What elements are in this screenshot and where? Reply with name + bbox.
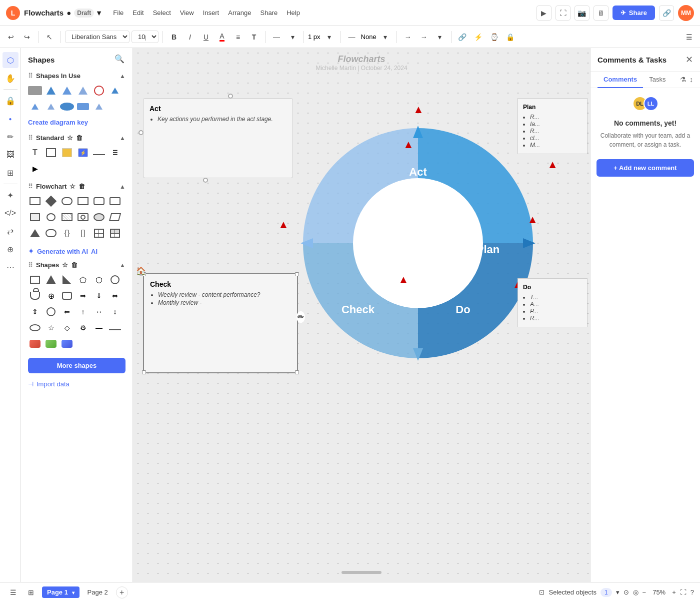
link-button[interactable]: 🔗 (456, 30, 470, 44)
sh-arrow-up-down[interactable]: ⇕ (28, 305, 42, 319)
fc-trap[interactable] (28, 226, 42, 240)
lock-rail-btn[interactable]: 🔒 (2, 93, 18, 109)
shape-tri-2[interactable] (60, 84, 74, 98)
sh-tri[interactable] (44, 273, 58, 287)
user-avatar[interactable]: MM (678, 5, 694, 21)
fc-table[interactable] (92, 226, 106, 240)
tab-tasks[interactable]: Tasks (643, 72, 672, 88)
shape-tri-3[interactable] (76, 84, 90, 98)
sh-arrow-down[interactable]: ⇓ (92, 289, 106, 303)
fc-s6[interactable] (92, 210, 106, 224)
shape-ellipse-blue[interactable] (60, 100, 74, 114)
grid-view-button[interactable]: ⊞ (24, 585, 38, 599)
plan-textbox[interactable]: Plan R... Ia... R... cl... M... (518, 98, 588, 154)
lightning-button[interactable]: ⚡ (472, 30, 486, 44)
scroll-indicator[interactable] (342, 571, 382, 574)
section-collapse-shapes-in-use[interactable]: ▲ (120, 73, 126, 80)
layers-icon[interactable]: ⊙ (624, 588, 629, 596)
undo-button[interactable]: ↩ (4, 30, 18, 44)
sh-bump[interactable] (28, 289, 42, 303)
code-btn[interactable]: </> (2, 205, 18, 221)
shape-square[interactable] (44, 146, 58, 160)
shape-text[interactable]: T (28, 146, 42, 160)
fc-diamond[interactable] (44, 194, 58, 208)
fc-rounded2[interactable] (92, 194, 106, 208)
sh-round-rect[interactable] (60, 289, 74, 303)
bold-button[interactable]: B (167, 30, 181, 44)
shape-tri-1[interactable] (44, 84, 58, 98)
sh-rect[interactable] (28, 273, 42, 287)
sort-icon[interactable]: ↕ (690, 76, 693, 84)
arrow-right-button[interactable]: → (401, 30, 415, 44)
arrow-end-button[interactable]: → (417, 30, 431, 44)
sh-double-left[interactable]: ⇐ (60, 305, 74, 319)
page-1-chevron[interactable]: ▾ (72, 590, 74, 595)
more-shapes-button[interactable]: More shapes (28, 358, 126, 373)
sh-hex[interactable]: ⬡ (92, 273, 106, 287)
fc-s3[interactable] (44, 210, 58, 224)
underline-button[interactable]: U (199, 30, 213, 44)
fc-rect[interactable] (28, 194, 42, 208)
status-badge[interactable]: Draft (74, 9, 94, 18)
sh-right-tri[interactable] (60, 273, 74, 287)
shape-gray-rect[interactable] (28, 84, 42, 98)
shape-tri-4[interactable] (108, 84, 122, 98)
zoom-in-button[interactable]: + (672, 588, 676, 596)
badge-chevron[interactable]: ▾ (616, 588, 620, 596)
section-collapse-shapes[interactable]: ▲ (120, 262, 126, 269)
section-shapes-in-use[interactable]: ⠿ Shapes In Use ▲ (21, 69, 132, 82)
zoom-out-button[interactable]: − (642, 588, 646, 596)
fc-rect2[interactable] (76, 194, 90, 208)
filter-icon[interactable]: ⚗ (680, 76, 686, 84)
share-button[interactable]: ✈ Share (612, 6, 655, 20)
sh-star[interactable]: ☆ (44, 321, 58, 335)
sh-ellipse[interactable] (28, 321, 42, 335)
sh-arrow-right[interactable]: ⇒ (76, 289, 90, 303)
close-button[interactable]: ✕ (686, 54, 693, 65)
line-style-button[interactable]: — (270, 30, 284, 44)
none-chevron[interactable]: ▾ (378, 30, 392, 44)
generate-with-ai[interactable]: ✦ Generate with AI AI (21, 244, 132, 258)
sh-diamond2[interactable]: ◇ (60, 321, 74, 335)
page-2-tab[interactable]: Page 2 (82, 586, 113, 598)
fc-round3[interactable] (44, 226, 58, 240)
image-btn[interactable]: 🖼 (2, 147, 18, 163)
fit-screen-button[interactable]: ⛶ (680, 588, 686, 596)
menu-arrange[interactable]: Arrange (224, 7, 255, 19)
delete-icon-2[interactable]: 🗑 (78, 183, 85, 190)
dots-btn[interactable]: ⋯ (2, 259, 18, 275)
sh-green-blob[interactable] (44, 337, 58, 351)
circle-icon[interactable]: ◎ (633, 588, 638, 596)
sh-arrow-left-right[interactable]: ⇔ (108, 289, 122, 303)
act-textbox[interactable]: Act Key actions you performed in the act… (143, 98, 293, 178)
font-size-select[interactable]: 10pt (132, 31, 158, 43)
italic-button[interactable]: I (183, 30, 197, 44)
search-icon[interactable]: 🔍 (114, 54, 126, 65)
text-button[interactable]: T (247, 30, 261, 44)
screen-icon[interactable]: 🖥 (594, 6, 608, 21)
line-width-chevron[interactable]: ▾ (322, 30, 336, 44)
font-family-select[interactable]: Liberation Sans (65, 31, 130, 43)
section-shapes[interactable]: ⠿ Shapes ☆ 🗑 ▲ (21, 258, 132, 271)
import-data[interactable]: ⊣ Import data (21, 376, 132, 392)
shape-embed[interactable]: ▶ (28, 162, 42, 176)
chevron-down-icon[interactable]: ▾ (97, 9, 101, 18)
fc-brace[interactable]: {} (60, 226, 74, 240)
shape-line[interactable] (92, 146, 106, 160)
page-1-tab[interactable]: Page 1 ▾ (42, 586, 80, 598)
camera-icon[interactable]: 📷 (574, 6, 590, 21)
align-button[interactable]: ≡ (231, 30, 245, 44)
menu-view[interactable]: View (176, 7, 198, 19)
section-standard[interactable]: ⠿ Standard ☆ 🗑 ▲ (21, 131, 132, 144)
hand-tool[interactable]: ✋ (2, 70, 18, 86)
sidebar-toggle[interactable]: ☰ (682, 30, 696, 44)
shape-link[interactable]: ⚡ (76, 146, 90, 160)
present-icon[interactable]: ▶ (536, 6, 552, 21)
fc-para[interactable] (108, 210, 122, 224)
plugin-btn[interactable]: ✦ (2, 187, 18, 203)
waypoint-button[interactable]: — (345, 30, 359, 44)
menu-share[interactable]: Share (256, 7, 282, 19)
sh-penta[interactable]: ⬠ (76, 273, 90, 287)
shape-tri-6[interactable] (44, 100, 58, 114)
sh-red-blob[interactable] (28, 337, 42, 351)
